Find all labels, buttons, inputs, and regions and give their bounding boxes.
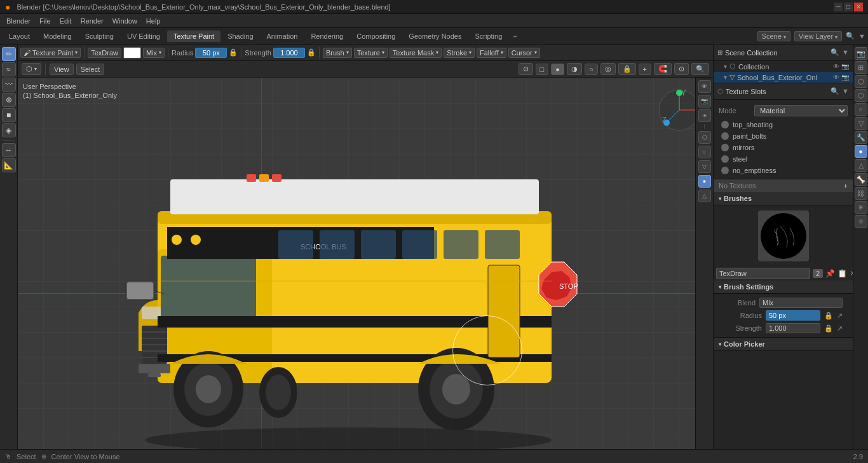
outliner-object[interactable]: ▾ ▽ School_Bus_Exterior_Onl 👁 📷 <box>714 72 853 83</box>
brush-name-input[interactable] <box>716 268 810 279</box>
tool-transform[interactable]: ↔ <box>2 143 16 157</box>
overlay-btn[interactable]: ⊙ <box>519 63 533 75</box>
menu-blender[interactable]: Blender <box>3 16 34 26</box>
mode-dropdown[interactable]: 🖌 Texture Paint ▾ <box>20 48 81 58</box>
gizmo-btn[interactable]: + <box>639 64 651 75</box>
tab-scripting[interactable]: Scripting <box>468 31 508 42</box>
minimize-button[interactable]: ─ <box>834 3 843 11</box>
outliner-filter[interactable]: 🔍 <box>831 48 839 57</box>
slot-steel[interactable]: steel <box>719 153 848 165</box>
outliner-scene-collection[interactable]: ▾ ⬡ Collection 👁 📷 <box>714 61 853 72</box>
view-layer-selector[interactable]: View Layer ▾ <box>794 31 842 41</box>
strength-lock[interactable]: 🔒 <box>824 324 833 333</box>
radius-value[interactable]: 50 px <box>195 48 227 58</box>
brush-pin-icon[interactable]: 📌 <box>825 269 835 278</box>
strength-settings-value[interactable]: 1.000 <box>766 323 820 333</box>
tab-add-button[interactable]: + <box>509 31 520 42</box>
tab-sculpting[interactable]: Sculpting <box>79 31 120 42</box>
scene-btn[interactable]: ⬡ <box>698 131 711 144</box>
prop-particles[interactable]: ✳ <box>855 201 867 214</box>
tool-smear[interactable]: 〰 <box>2 78 16 92</box>
add-texture-button[interactable]: + <box>844 182 848 190</box>
falloff-dropdown[interactable]: Falloff ▾ <box>477 48 506 58</box>
object-render-icon[interactable]: 👁 <box>833 74 839 81</box>
prop-physics[interactable]: ⚛ <box>855 215 867 228</box>
prop-bone[interactable]: 🦴 <box>855 173 867 186</box>
collection-render-icon[interactable]: 👁 <box>833 63 839 70</box>
prop-material[interactable]: ● <box>855 145 867 158</box>
menu-edit[interactable]: Edit <box>56 16 76 26</box>
shading-eevee[interactable]: ◎ <box>600 63 616 75</box>
tool-soften[interactable]: ≈ <box>2 62 16 76</box>
shading-rendered[interactable]: ○ <box>585 64 598 75</box>
tab-modeling[interactable]: Modeling <box>37 31 78 42</box>
texture-slots-filter[interactable]: ▼ <box>842 87 849 95</box>
texture-dropdown[interactable]: Texture ▾ <box>354 48 388 58</box>
radius-expand[interactable]: ↗ <box>837 312 843 320</box>
prop-modifier[interactable]: 🔧 <box>855 131 867 144</box>
brush-dropdown[interactable]: TexDraw <box>88 48 121 58</box>
tab-texture-paint[interactable]: Texture Paint <box>167 31 220 42</box>
brush-copy-icon[interactable]: 📋 <box>837 269 847 278</box>
select-menu[interactable]: Select <box>76 64 105 75</box>
material-btn[interactable]: ● <box>698 175 711 188</box>
filter-icon[interactable]: ▼ <box>858 32 865 40</box>
search-btn[interactable]: 🔍 <box>691 63 709 75</box>
tab-layout[interactable]: Layout <box>3 31 36 42</box>
title-controls[interactable]: ─ □ ✕ <box>834 3 863 11</box>
mode-select[interactable]: Material <box>754 105 848 116</box>
texture-slots-search[interactable]: 🔍 <box>831 87 839 95</box>
slot-mirrors[interactable]: mirrors <box>719 142 848 153</box>
tab-uv-editing[interactable]: UV Editing <box>121 31 166 42</box>
sun-btn[interactable]: ☀ <box>698 109 711 122</box>
view-menu[interactable]: View <box>50 64 74 75</box>
strength-value[interactable]: 1.000 <box>273 48 305 58</box>
3d-viewport[interactable]: SCHOOL BUS <box>18 78 713 449</box>
tool-fill[interactable]: ■ <box>2 108 16 122</box>
view-btn[interactable]: 👁 <box>698 80 711 93</box>
tool-mask[interactable]: ◈ <box>2 123 16 137</box>
object-viewport-icon[interactable]: 📷 <box>841 74 849 81</box>
blend-value[interactable]: Mix <box>759 298 843 308</box>
data-btn[interactable]: △ <box>698 190 711 202</box>
world-btn[interactable]: ○ <box>698 146 711 158</box>
lock-btn[interactable]: 🔒 <box>618 63 636 75</box>
tab-compositing[interactable]: Compositing <box>350 31 402 42</box>
slot-top-sheating[interactable]: top_sheating <box>719 119 848 130</box>
prop-output[interactable]: ⊞ <box>855 61 867 74</box>
prop-render[interactable]: 📷 <box>855 47 867 60</box>
prop-world[interactable]: ○ <box>855 103 867 116</box>
search-icon[interactable]: 🔍 <box>846 32 855 40</box>
close-button[interactable]: ✕ <box>854 3 863 11</box>
blend-dropdown[interactable]: Mix ▾ <box>143 48 165 58</box>
tool-measure[interactable]: 📐 <box>2 158 16 172</box>
color-swatch[interactable] <box>123 47 141 59</box>
brushes-section-header[interactable]: ▾ Brushes <box>714 192 853 205</box>
strength-expand[interactable]: ↗ <box>837 324 843 333</box>
tab-shading[interactable]: Shading <box>221 31 259 42</box>
prop-data[interactable]: △ <box>855 159 867 172</box>
tab-rendering[interactable]: Rendering <box>304 31 349 42</box>
object-btn[interactable]: ▽ <box>698 160 711 173</box>
xray-btn[interactable]: □ <box>536 64 549 75</box>
tool-draw[interactable]: ✏ <box>2 47 16 61</box>
brush-settings-header[interactable]: ▾ Brush Settings <box>714 280 853 294</box>
brush-options-dropdown[interactable]: Brush ▾ <box>323 48 352 58</box>
stroke-dropdown[interactable]: Stroke ▾ <box>444 48 475 58</box>
shading-material[interactable]: ◑ <box>567 63 582 75</box>
prop-constraint[interactable]: ⛓ <box>855 187 867 200</box>
scene-selector[interactable]: Scene ▾ <box>757 31 790 41</box>
snap-btn[interactable]: 🧲 <box>654 63 672 75</box>
color-picker-header[interactable]: ▾ Color Picker <box>714 338 853 351</box>
proportional-btn[interactable]: ⊙ <box>674 63 689 75</box>
radius-lock-icon[interactable]: 🔒 <box>229 48 238 57</box>
tab-geometry-nodes[interactable]: Geometry Nodes <box>402 31 468 42</box>
strength-lock-icon[interactable]: 🔒 <box>307 48 316 57</box>
prop-scene[interactable]: ⬡ <box>855 89 867 102</box>
slot-paint-bolts[interactable]: paint_bolts <box>719 130 848 142</box>
menu-render[interactable]: Render <box>77 16 107 26</box>
tab-animation[interactable]: Animation <box>261 31 304 42</box>
menu-file[interactable]: File <box>36 16 55 26</box>
radius-settings-value[interactable]: 50 px <box>766 310 820 321</box>
collection-viewport-icon[interactable]: 📷 <box>841 63 849 70</box>
